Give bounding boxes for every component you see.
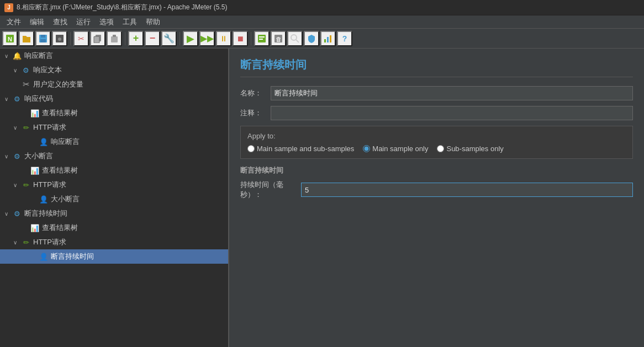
name-input[interactable] [271,86,633,100]
tree-item-response-code[interactable]: ∨ ⚙ 响应代码 [0,92,228,106]
duration-label: 持续时间（毫秒）： [240,180,301,200]
svg-text:N: N [8,36,12,42]
radio-main-only-input[interactable] [363,145,370,152]
radio-group: Main sample and sub-samples Main sample … [247,145,626,153]
label-response-assert: 响应断言 [51,137,80,147]
arrow-response-text: ∨ [13,67,21,73]
menu-edit[interactable]: 编辑 [25,16,49,28]
menu-help[interactable]: 帮助 [141,16,165,28]
svg-point-6 [58,38,61,41]
label-size-assert-item: 大小断言 [51,194,80,204]
menu-tools[interactable]: 工具 [118,16,141,28]
tree-item-duration-assert[interactable]: ∨ ⚙ 断言持续时间 [0,206,228,221]
tree-item-duration-assert-item[interactable]: 👤 断言持续时间 [0,249,228,264]
tree-item-response-assert[interactable]: 👤 响应断言 [0,135,228,149]
toolbar-save[interactable] [35,31,51,46]
menu-bar: 文件 编辑 查找 运行 选项 工具 帮助 [0,15,644,29]
tree-item-view-tree-1[interactable]: 📊 查看结果树 [0,106,228,120]
icon-response-code: ⚙ [12,94,22,104]
toolbar-open[interactable] [19,31,34,46]
arrow-http-req-1: ∨ [13,125,21,131]
arrow-http-req-3: ∨ [13,239,21,245]
toolbar-help[interactable]: ? [337,31,352,46]
tree-item-view-tree-3[interactable]: 📊 查看结果树 [0,221,228,235]
comment-input[interactable] [271,106,633,120]
title-text: 8.相应断言.jmx (F:\JMeter_Study\8.相应断言.jmx) … [17,3,227,12]
toolbar-sep-1 [70,32,71,45]
name-label: 名称： [240,88,271,98]
toolbar-stop[interactable]: ⏹ [233,31,248,46]
toolbar-save-as[interactable] [52,31,67,46]
icon-duration-assert: ⚙ [12,209,22,218]
apply-to-section: Apply to: Main sample and sub-samples Ma… [240,126,633,159]
toolbar-sep-2 [125,32,125,45]
svg-point-16 [291,35,297,40]
tree-item-http-req-2[interactable]: ∨ ✏ HTTP请求 [0,178,228,192]
svg-rect-4 [40,39,46,42]
tree-item-user-vars[interactable]: ✂ 用户定义的变量 [0,77,228,92]
tree-item-view-tree-2[interactable]: 📊 查看结果树 [0,163,228,178]
tree-item-size-assert-item[interactable]: 👤 大小断言 [0,192,228,206]
toolbar-copy[interactable] [90,31,105,46]
toolbar-paste[interactable] [107,31,122,46]
icon-http-req-3: ✏ [21,237,31,247]
toolbar-start-no-pause[interactable]: ▶▶ [199,31,215,46]
toolbar-pause[interactable]: ⏸ [216,31,231,46]
toolbar-cut[interactable]: ✂ [73,31,89,46]
svg-rect-12 [259,36,265,38]
svg-text:🗑: 🗑 [276,36,282,42]
icon-view-tree-1: 📊 [30,108,40,118]
radio-main-and-sub[interactable]: Main sample and sub-samples [247,145,354,153]
toolbar-clear[interactable]: 🗑 [271,31,286,46]
radio-main-only[interactable]: Main sample only [363,145,428,153]
svg-rect-9 [111,36,118,42]
radio-sub-only[interactable]: Sub-samples only [437,145,503,153]
arrow-size-assert: ∨ [4,153,12,159]
arrow-root: ∨ [4,53,12,59]
icon-size-assert-item: 👤 [39,194,49,204]
radio-main-and-sub-input[interactable] [247,145,255,152]
toolbar-add[interactable]: + [128,31,144,46]
main-layout: ∨ 🔔 响应断言 ∨ ⚙ 响应文本 ✂ 用户定义的变量 ∨ ⚙ 响应代码 📊 查… [0,49,644,347]
toolbar-new[interactable]: N [2,31,18,46]
icon-view-tree-3: 📊 [30,223,40,233]
menu-run[interactable]: 运行 [72,16,95,28]
tree-item-http-req-3[interactable]: ∨ ✏ HTTP请求 [0,235,228,249]
toolbar-settings[interactable]: 🔧 [161,31,177,46]
label-view-tree-1: 查看结果树 [42,108,78,118]
svg-rect-18 [324,39,326,42]
right-panel: 断言持续时间 名称： 注释： Apply to: Main sample and… [229,49,644,347]
toolbar-search[interactable] [287,31,303,46]
label-http-req-2: HTTP请求 [33,180,66,190]
svg-rect-13 [259,39,263,40]
label-response-code: 响应代码 [24,94,53,104]
menu-search[interactable]: 查找 [49,16,72,28]
svg-rect-3 [41,35,45,38]
toolbar-start[interactable]: ▶ [183,31,198,46]
tree-item-size-assert[interactable]: ∨ ⚙ 大小断言 [0,149,228,163]
duration-row: 持续时间（毫秒）： [240,180,633,200]
toolbar-sep-4 [251,32,251,45]
tree-item-response-text[interactable]: ∨ ⚙ 响应文本 [0,63,228,77]
toolbar-shield[interactable] [304,31,319,46]
toolbar-template[interactable] [254,31,270,46]
menu-file[interactable]: 文件 [2,16,25,28]
svg-rect-8 [94,36,99,43]
icon-view-tree-2: 📊 [30,166,40,175]
toolbar-remove[interactable]: − [145,31,160,46]
arrow-duration-assert: ∨ [4,211,12,217]
tree-panel: ∨ 🔔 响应断言 ∨ ⚙ 响应文本 ✂ 用户定义的变量 ∨ ⚙ 响应代码 📊 查… [0,49,229,347]
tree-item-root[interactable]: ∨ 🔔 响应断言 [0,49,228,63]
duration-input[interactable] [301,183,633,197]
arrow-http-req-2: ∨ [13,182,21,188]
radio-sub-only-input[interactable] [437,145,444,152]
radio-main-only-label: Main sample only [372,145,428,153]
label-duration-assert-item: 断言持续时间 [51,252,94,261]
icon-http-req-1: ✏ [21,122,31,132]
label-duration-assert: 断言持续时间 [24,209,67,218]
toolbar-graph[interactable] [320,31,336,46]
menu-options[interactable]: 选项 [95,16,118,28]
svg-rect-20 [330,35,331,42]
panel-title: 断言持续时间 [240,57,633,77]
tree-item-http-req-1[interactable]: ∨ ✏ HTTP请求 [0,120,228,135]
